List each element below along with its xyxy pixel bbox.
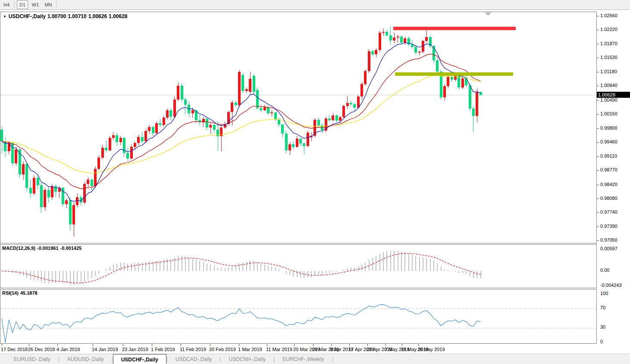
rsi-axis-label: 100 xyxy=(600,291,630,296)
time-tick xyxy=(123,344,123,346)
price-axis-label: 0.98770 xyxy=(600,167,630,172)
time-tick xyxy=(29,344,29,346)
price-tick xyxy=(597,199,599,199)
time-tick xyxy=(93,344,93,346)
timeframe-toolbar: H4D1W1MN xyxy=(0,0,630,10)
time-tick xyxy=(402,344,402,346)
toolbar-separator xyxy=(56,1,56,8)
price-tick xyxy=(597,240,599,241)
candlestick-chart[interactable] xyxy=(0,12,596,243)
rsi-panel[interactable] xyxy=(0,289,597,344)
time-tick xyxy=(367,344,368,346)
price-tick xyxy=(597,58,599,58)
time-tick xyxy=(294,344,295,346)
price-tick xyxy=(597,30,599,30)
price-tick xyxy=(597,227,599,227)
timeframe-button-w1[interactable]: W1 xyxy=(30,0,41,9)
collapse-triangle-icon[interactable]: ▼ xyxy=(3,15,6,19)
time-axis-label: 11 Feb 2019 xyxy=(180,347,206,352)
price-axis-label: 1.02560 xyxy=(600,13,630,18)
ohlc-low: 1.00626 xyxy=(88,13,107,19)
time-axis-label: 23 Jan 2019 xyxy=(122,347,148,352)
tab-separator: | xyxy=(332,354,333,364)
tab-eurchf-weekly[interactable]: EURCHF-,Weekly xyxy=(275,354,332,364)
macd-panel[interactable] xyxy=(0,244,597,288)
price-tick xyxy=(597,114,599,115)
time-tick xyxy=(181,344,181,346)
price-tick xyxy=(597,44,599,44)
price-tick xyxy=(597,100,599,101)
time-tick xyxy=(313,344,313,346)
time-axis-label: 1 Mar 2019 xyxy=(238,347,262,352)
current-price-badge: 1.00628 xyxy=(597,92,630,98)
tab-usdchf-daily[interactable]: USDCHF-,Daily xyxy=(113,354,166,364)
macd-axis-label: -0.004243 xyxy=(600,283,630,288)
price-axis-label: 0.97390 xyxy=(600,224,630,229)
time-tick xyxy=(331,344,332,346)
time-axis-label: 4 Jan 2019 xyxy=(56,347,80,352)
price-tick xyxy=(597,156,599,157)
tab-usdcnh-daily[interactable]: USDCNH-,Daily xyxy=(221,354,273,364)
chart-symbol: USDCHF-,Daily xyxy=(9,13,46,19)
price-tick xyxy=(597,185,599,185)
time-axis-label: 14 Jan 2019 xyxy=(92,347,118,352)
macd-label: MACD(12,26,9)-0.001961-0.001425 xyxy=(2,246,83,251)
price-chart-panel[interactable] xyxy=(0,12,597,243)
price-axis-label: 1.02220 xyxy=(600,27,630,32)
price-tick xyxy=(597,72,599,72)
time-axis-label: 11 Mar 2019 xyxy=(266,347,292,352)
price-axis-label: 0.99800 xyxy=(600,125,630,131)
tab-usdcad-daily[interactable]: USDCAD-,Daily xyxy=(168,354,220,364)
chart-tab-bar: EURUSD-,Daily|AUDUSD-,Daily|USDCHF-,Dail… xyxy=(0,354,630,364)
time-tick xyxy=(57,344,58,346)
price-axis-label: 1.01530 xyxy=(600,55,630,60)
macd-chart[interactable] xyxy=(0,245,596,288)
time-axis-label: 26 Dec 2018 xyxy=(28,347,55,352)
price-axis-label: 1.01180 xyxy=(600,69,630,74)
time-axis-label: 26 May 2019 xyxy=(417,347,445,352)
rsi-axis-label: 0 xyxy=(600,339,630,344)
time-tick xyxy=(2,344,2,346)
rsi-axis-label: 70 xyxy=(600,305,630,310)
price-axis-label: 0.99110 xyxy=(600,153,630,159)
rsi-axis-label: 30 xyxy=(600,324,630,330)
price-tick xyxy=(597,128,599,129)
macd-axis-label: 0.00 xyxy=(600,268,630,273)
tab-audusd-daily[interactable]: AUDUSD-,Daily xyxy=(60,354,112,364)
time-tick xyxy=(267,344,267,346)
price-axis-label: 1.00490 xyxy=(600,97,630,103)
price-axis-label: 0.97050 xyxy=(600,237,630,243)
chart-shift-marker-icon[interactable] xyxy=(485,12,492,16)
price-tick xyxy=(597,86,599,86)
time-tick xyxy=(239,344,239,346)
toolbar-separator xyxy=(14,1,15,8)
timeframe-button-mn[interactable]: MN xyxy=(43,0,54,9)
time-axis-label: 1 Feb 2019 xyxy=(151,347,175,352)
time-tick xyxy=(386,344,386,346)
macd-axis-label: 0.00597 xyxy=(600,246,630,251)
rsi-chart[interactable] xyxy=(0,289,596,343)
time-axis[interactable]: 17 Dec 201826 Dec 20184 Jan 201914 Jan 2… xyxy=(0,344,597,354)
mt4-window: H4D1W1MN ▼USDCHF-,Daily1.007001.007101.0… xyxy=(0,0,630,364)
price-tick xyxy=(597,170,599,171)
timeframe-button-d1[interactable]: D1 xyxy=(17,0,28,9)
time-axis-label: 17 Dec 2018 xyxy=(1,347,28,352)
time-tick xyxy=(418,344,419,346)
timeframe-button-h4[interactable]: H4 xyxy=(1,0,12,9)
time-tick xyxy=(152,344,152,346)
time-axis-label: 20 Feb 2019 xyxy=(209,347,236,352)
price-axis-label: 0.98080 xyxy=(600,196,630,201)
time-tick xyxy=(210,344,210,346)
time-tick xyxy=(349,344,350,346)
price-axis-label: 0.97740 xyxy=(600,209,630,215)
price-axis-label: 1.01870 xyxy=(600,41,630,46)
rsi-label: RSI(14)45.1878 xyxy=(2,290,39,296)
price-axis-label: 0.98420 xyxy=(600,182,630,187)
ohlc-high: 1.00710 xyxy=(68,13,86,19)
ohlc-open: 1.00700 xyxy=(47,13,66,19)
price-tick xyxy=(597,142,599,143)
price-axis-label: 1.00150 xyxy=(600,111,630,116)
tab-eurusd-daily[interactable]: EURUSD-,Daily xyxy=(6,354,58,364)
price-tick xyxy=(597,16,599,16)
price-axis-label: 0.99460 xyxy=(600,139,630,144)
